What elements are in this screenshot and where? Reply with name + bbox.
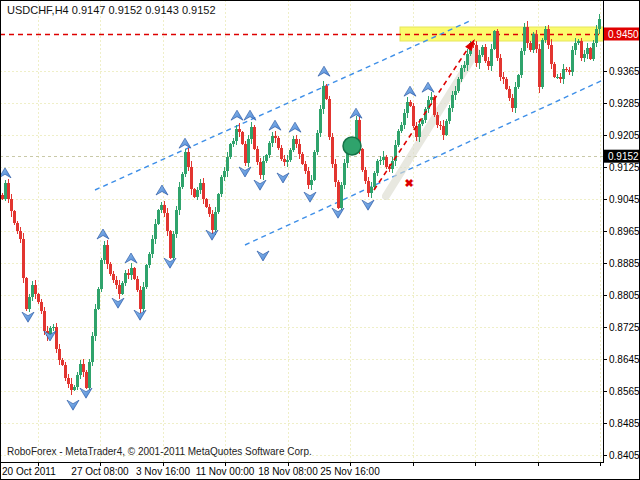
entry-point-circle bbox=[343, 137, 361, 155]
candle-body bbox=[517, 75, 520, 87]
candle-body bbox=[397, 131, 400, 145]
candle-body bbox=[247, 139, 250, 163]
candle-body bbox=[238, 129, 241, 133]
chart-canvas[interactable]: ✖0.93650.92850.92050.91250.90450.89650.8… bbox=[0, 0, 640, 480]
candle-body bbox=[262, 161, 265, 175]
x-mark-icon: ✖ bbox=[404, 177, 413, 189]
candle-body bbox=[130, 268, 133, 275]
candle-body bbox=[241, 132, 244, 143]
candle-body bbox=[91, 336, 94, 362]
candle-body bbox=[235, 129, 238, 141]
candle-body bbox=[106, 245, 109, 264]
candle-body bbox=[265, 155, 268, 161]
candle-body bbox=[568, 70, 571, 72]
price-axis-label: 0.8965 bbox=[609, 226, 640, 237]
candle-body bbox=[286, 160, 289, 162]
candle-body bbox=[151, 239, 154, 254]
price-axis-label: 0.8725 bbox=[609, 322, 640, 333]
candle-body bbox=[202, 183, 205, 199]
candle-body bbox=[280, 148, 283, 158]
price-axis-label: 0.9365 bbox=[609, 66, 640, 77]
price-axis-label: 0.8805 bbox=[609, 290, 640, 301]
candle-body bbox=[367, 181, 370, 192]
fractal-up-icon bbox=[231, 110, 243, 120]
candle-body bbox=[4, 183, 7, 199]
candle-body bbox=[478, 55, 481, 63]
price-axis-label: 0.8885 bbox=[609, 258, 640, 269]
candle-body bbox=[13, 211, 16, 223]
candle-body bbox=[577, 41, 580, 43]
candle-body bbox=[463, 65, 466, 68]
candle-body bbox=[70, 384, 73, 390]
candle-body bbox=[157, 210, 160, 224]
candle-body bbox=[319, 109, 322, 132]
candle-body bbox=[535, 34, 538, 49]
channel-lower-line bbox=[245, 80, 603, 245]
candle-body bbox=[109, 264, 112, 274]
candle-body bbox=[76, 375, 79, 387]
candle-body bbox=[313, 152, 316, 180]
candle-body bbox=[220, 177, 223, 194]
fractal-up-icon bbox=[156, 185, 168, 195]
candle-body bbox=[439, 125, 442, 126]
candle-body bbox=[34, 285, 37, 295]
candle-body bbox=[211, 214, 214, 230]
candle-body bbox=[343, 163, 346, 186]
candle-body bbox=[379, 160, 382, 162]
candle-body bbox=[283, 159, 286, 162]
time-axis-label: 11 Nov 00:00 bbox=[196, 466, 255, 477]
fractal-up-icon bbox=[269, 120, 281, 130]
price-axis-label: 0.8485 bbox=[609, 418, 640, 429]
candle-body bbox=[382, 157, 385, 160]
candle-body bbox=[406, 102, 409, 113]
candle-body bbox=[412, 106, 415, 126]
candle-body bbox=[121, 283, 124, 294]
candle-body bbox=[205, 199, 208, 206]
time-axis-label: 27 Oct 08:00 bbox=[71, 466, 129, 477]
candle-body bbox=[538, 49, 541, 87]
candle-body bbox=[145, 265, 148, 287]
candle-body bbox=[253, 127, 256, 149]
price-axis-label: 0.8405 bbox=[609, 450, 640, 461]
fractal-up-icon bbox=[244, 110, 256, 120]
candle-body bbox=[526, 27, 529, 43]
candle-body bbox=[574, 43, 577, 50]
candle-body bbox=[370, 187, 373, 193]
candle-body bbox=[304, 164, 307, 171]
candle-body bbox=[556, 77, 559, 78]
candle-body bbox=[268, 143, 271, 155]
candle-body bbox=[559, 77, 562, 79]
candle-body bbox=[328, 99, 331, 138]
fractal-down-icon bbox=[67, 400, 79, 410]
candle-body bbox=[598, 19, 601, 28]
candle-body bbox=[37, 294, 40, 302]
candle-body bbox=[511, 98, 514, 108]
price-axis-label: 0.9285 bbox=[609, 98, 640, 109]
candle-body bbox=[217, 194, 220, 212]
candle-body bbox=[502, 77, 505, 79]
candle-body bbox=[112, 274, 115, 280]
candle-body bbox=[445, 121, 448, 135]
candle-body bbox=[427, 100, 430, 110]
grid-layer bbox=[0, 0, 603, 462]
candle-body bbox=[466, 54, 469, 65]
fractal-down-icon bbox=[332, 208, 344, 218]
candle-body bbox=[529, 43, 532, 51]
candle-body bbox=[214, 212, 217, 230]
candle-body bbox=[181, 174, 184, 187]
candle-body bbox=[67, 378, 70, 384]
price-axis-label: 0.8645 bbox=[609, 354, 640, 365]
fractal-down-icon bbox=[304, 192, 316, 202]
candle-body bbox=[505, 79, 508, 89]
candle-body bbox=[55, 327, 58, 349]
candle-body bbox=[565, 69, 568, 70]
candle-body bbox=[136, 279, 139, 290]
time-axis-labels: 20 Oct 201127 Oct 08:003 Nov 16:0011 Nov… bbox=[2, 462, 601, 477]
candle-body bbox=[562, 69, 565, 79]
candle-body bbox=[418, 124, 421, 137]
candle-body bbox=[97, 289, 100, 309]
price-axis-label: 0.9045 bbox=[609, 194, 640, 205]
candle-body bbox=[103, 245, 106, 260]
candle-body bbox=[508, 89, 511, 99]
candle-body bbox=[190, 167, 193, 190]
